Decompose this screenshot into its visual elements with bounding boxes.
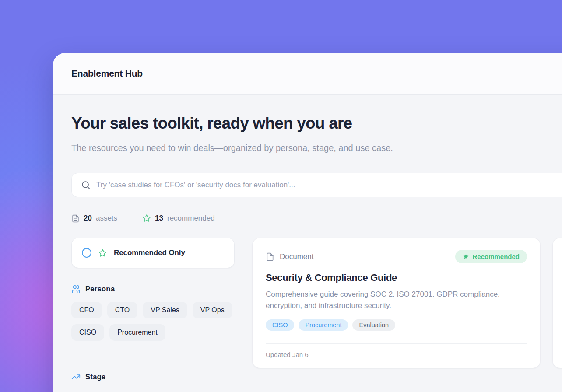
recommended-only-toggle[interactable]: Recommended Only: [71, 238, 235, 268]
sidebar-divider: [71, 356, 235, 356]
page-title: Your sales toolkit, ready when you are: [71, 114, 562, 133]
filters-sidebar: Recommended Only Persona CFOCTOVP SalesV…: [71, 238, 235, 382]
card-tag: Procurement: [299, 319, 348, 331]
search-bar[interactable]: [71, 173, 562, 197]
asset-card-peek[interactable]: [552, 238, 562, 368]
asset-card-security-compliance-guide[interactable]: Document Recommended Security & Complian…: [252, 238, 541, 368]
assets-stat: 20 assets: [71, 214, 117, 223]
page-subtitle: The resources you need to win deals—orga…: [71, 140, 435, 156]
card-footer: Updated Jan 6: [266, 343, 527, 368]
persona-chips: CFOCTOVP SalesVP OpsCISOProcurement: [71, 302, 235, 341]
file-icon: [266, 252, 274, 261]
recommended-badge: Recommended: [455, 250, 527, 263]
card-top-row: Document Recommended: [266, 250, 527, 263]
toggle-circle-unchecked[interactable]: [82, 248, 91, 258]
recommended-stat: 13 recommended: [142, 214, 215, 223]
app-title: Enablement Hub: [71, 68, 143, 79]
star-outline-icon: [142, 214, 151, 223]
card-tag: Evaluation: [352, 319, 395, 331]
persona-section-header: Persona: [71, 284, 235, 294]
assets-count: 20: [84, 214, 92, 223]
stage-section-header: Stage: [71, 372, 235, 382]
stats-row: 20 assets 13 recommended: [71, 213, 562, 224]
app-header: Enablement Hub: [53, 53, 562, 94]
search-input[interactable]: [96, 181, 562, 189]
stage-section-label: Stage: [85, 373, 105, 382]
persona-chip[interactable]: CTO: [107, 302, 137, 318]
star-outline-icon: [98, 248, 107, 258]
card-tags: CISOProcurementEvaluation: [266, 319, 527, 331]
star-filled-icon: [463, 253, 469, 260]
card-description: Comprehensive guide covering SOC 2, ISO …: [266, 289, 520, 312]
stats-divider: [130, 213, 130, 224]
persona-chip[interactable]: CFO: [71, 302, 102, 318]
assets-label: assets: [96, 214, 117, 223]
recommended-count: 13: [155, 214, 163, 223]
recommended-label: recommended: [167, 214, 215, 223]
app-panel: Enablement Hub Your sales toolkit, ready…: [53, 53, 562, 392]
trending-up-icon: [71, 372, 81, 382]
results-area: Recommended Only Persona CFOCTOVP SalesV…: [71, 238, 562, 382]
card-title: Security & Compliance Guide: [266, 272, 527, 284]
main-content: Your sales toolkit, ready when you are T…: [53, 94, 562, 382]
persona-chip[interactable]: Procurement: [109, 324, 165, 341]
recommended-only-label: Recommended Only: [114, 248, 185, 257]
card-type: Document: [266, 252, 313, 261]
search-icon: [81, 180, 91, 190]
card-updated-label: Updated Jan 6: [266, 351, 309, 358]
users-icon: [71, 284, 81, 294]
persona-chip[interactable]: VP Sales: [143, 302, 187, 318]
recommended-badge-label: Recommended: [472, 253, 520, 260]
card-type-label: Document: [280, 252, 313, 261]
persona-section-label: Persona: [85, 285, 115, 294]
file-text-icon: [71, 214, 80, 223]
persona-chip[interactable]: CISO: [71, 324, 104, 341]
asset-cards-grid: Document Recommended Security & Complian…: [252, 238, 562, 368]
card-tag: CISO: [266, 319, 294, 331]
persona-chip[interactable]: VP Ops: [193, 302, 232, 318]
